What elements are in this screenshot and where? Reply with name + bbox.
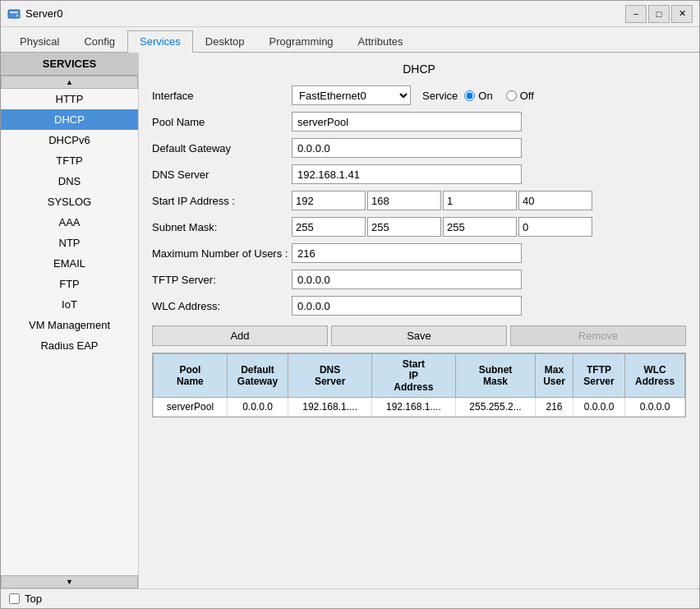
- sidebar-item-radius-eap[interactable]: Radius EAP: [1, 335, 138, 356]
- top-checkbox[interactable]: [9, 593, 20, 604]
- sidebar-item-ntp[interactable]: NTP: [1, 233, 138, 253]
- service-off-radio[interactable]: [506, 90, 517, 101]
- sidebar: SERVICES ▲ HTTP DHCP DHCPv6 TFTP DNS SYS…: [1, 53, 139, 588]
- tftp-server-input[interactable]: [292, 270, 522, 289]
- maximize-button[interactable]: □: [648, 5, 670, 23]
- interface-label: Interface: [152, 90, 292, 102]
- sidebar-item-iot[interactable]: IoT: [1, 294, 138, 315]
- subnet-2[interactable]: [367, 217, 441, 237]
- top-checkbox-label[interactable]: Top: [9, 593, 42, 605]
- subnet-3[interactable]: [443, 217, 517, 237]
- start-ip-label: Start IP Address :: [152, 195, 292, 207]
- service-on-text: On: [478, 90, 492, 102]
- sidebar-item-tftp[interactable]: TFTP: [1, 150, 138, 171]
- tftp-server-label: TFTP Server:: [152, 274, 292, 286]
- start-ip-4[interactable]: [518, 191, 592, 210]
- tab-desktop[interactable]: Desktop: [193, 30, 257, 52]
- window-title: Server0: [25, 7, 625, 20]
- scroll-up-button[interactable]: ▲: [1, 76, 138, 89]
- default-gateway-row: Default Gateway: [152, 138, 686, 158]
- service-radio-group: On Off: [464, 90, 533, 102]
- sidebar-item-dns[interactable]: DNS: [1, 171, 138, 191]
- wlc-address-row: WLC Address:: [152, 296, 686, 316]
- main-window: Server0 − □ ✕ Physical Config Services D…: [0, 0, 700, 609]
- th-default-gateway: DefaultGateway: [227, 354, 288, 398]
- table-body: serverPool 0.0.0.0 192.168.1.... 192.168…: [154, 398, 685, 417]
- add-button[interactable]: Add: [152, 325, 328, 346]
- subnet-mask-row: Subnet Mask:: [152, 217, 686, 237]
- tab-physical[interactable]: Physical: [7, 30, 71, 52]
- subnet-mask-group: [292, 217, 592, 237]
- max-users-input[interactable]: [292, 243, 522, 263]
- window-controls: − □ ✕: [625, 5, 693, 23]
- th-dns-server: DNSServer: [288, 354, 372, 398]
- service-off-text: Off: [520, 90, 534, 102]
- default-gateway-input[interactable]: [292, 138, 522, 158]
- sidebar-item-email[interactable]: EMAIL: [1, 253, 138, 274]
- remove-button[interactable]: Remove: [510, 325, 686, 346]
- sidebar-item-http[interactable]: HTTP: [1, 89, 138, 109]
- cell-start-ip: 192.168.1....: [372, 398, 456, 417]
- svg-point-2: [16, 14, 19, 16]
- interface-select[interactable]: FastEthernet0: [292, 85, 411, 105]
- svg-rect-0: [8, 10, 20, 18]
- dns-server-row: DNS Server: [152, 164, 686, 184]
- bottom-bar: Top: [1, 588, 699, 608]
- start-ip-1[interactable]: [292, 191, 366, 210]
- th-tftp-server: TFTPServer: [573, 354, 624, 398]
- cell-dns-server: 192.168.1....: [288, 398, 372, 417]
- table-header-row: PoolName DefaultGateway DNSServer StartI…: [154, 354, 685, 398]
- scroll-down-button[interactable]: ▼: [1, 575, 138, 588]
- tab-programming[interactable]: Programming: [257, 30, 346, 52]
- cell-default-gateway: 0.0.0.0: [227, 398, 288, 417]
- sidebar-header: SERVICES: [1, 53, 138, 76]
- start-ip-3[interactable]: [443, 191, 517, 210]
- close-button[interactable]: ✕: [671, 5, 693, 23]
- th-subnet-mask: SubnetMask: [455, 354, 535, 398]
- panel-title: DHCP: [152, 62, 686, 76]
- dns-server-input[interactable]: [292, 164, 522, 184]
- pool-name-label: Pool Name: [152, 116, 292, 128]
- dns-server-label: DNS Server: [152, 168, 292, 181]
- sidebar-item-dhcp[interactable]: DHCP: [1, 109, 138, 130]
- tab-config[interactable]: Config: [71, 30, 127, 52]
- start-ip-group: [292, 191, 592, 210]
- sidebar-item-ftp[interactable]: FTP: [1, 274, 138, 294]
- sidebar-item-vm-management[interactable]: VM Management: [1, 315, 138, 335]
- sidebar-scroll: HTTP DHCP DHCPv6 TFTP DNS SYSLOG AAA NTP…: [1, 89, 138, 575]
- cell-pool-name: serverPool: [154, 398, 228, 417]
- tab-attributes[interactable]: Attributes: [346, 30, 416, 52]
- app-icon: [7, 7, 21, 21]
- save-button[interactable]: Save: [331, 325, 507, 346]
- sidebar-item-syslog[interactable]: SYSLOG: [1, 191, 138, 212]
- content-area: SERVICES ▲ HTTP DHCP DHCPv6 TFTP DNS SYS…: [1, 53, 699, 588]
- pool-name-input[interactable]: [292, 112, 522, 131]
- subnet-1[interactable]: [292, 217, 366, 237]
- service-on-label[interactable]: On: [464, 90, 492, 102]
- interface-row: Interface FastEthernet0 Service On Off: [152, 85, 686, 105]
- sidebar-item-dhcpv6[interactable]: DHCPv6: [1, 130, 138, 150]
- default-gateway-label: Default Gateway: [152, 142, 292, 155]
- th-max-user: MaxUser: [536, 354, 573, 398]
- start-ip-row: Start IP Address :: [152, 191, 686, 210]
- max-users-label: Maximum Number of Users :: [152, 247, 292, 260]
- service-label: Service: [422, 90, 458, 102]
- pool-name-row: Pool Name: [152, 112, 686, 131]
- dhcp-table-wrap: PoolName DefaultGateway DNSServer StartI…: [152, 353, 686, 418]
- wlc-address-input[interactable]: [292, 296, 522, 316]
- minimize-button[interactable]: −: [625, 5, 647, 23]
- th-start-ip: StartIPAddress: [372, 354, 456, 398]
- service-off-label[interactable]: Off: [506, 90, 534, 102]
- tab-services[interactable]: Services: [127, 30, 193, 53]
- tftp-server-row: TFTP Server:: [152, 270, 686, 289]
- service-on-radio[interactable]: [464, 90, 475, 101]
- table-row[interactable]: serverPool 0.0.0.0 192.168.1.... 192.168…: [154, 398, 685, 417]
- subnet-4[interactable]: [518, 217, 592, 237]
- sidebar-item-aaa[interactable]: AAA: [1, 212, 138, 233]
- start-ip-2[interactable]: [367, 191, 441, 210]
- tab-bar: Physical Config Services Desktop Program…: [1, 27, 699, 53]
- svg-rect-1: [10, 12, 18, 13]
- dhcp-table: PoolName DefaultGateway DNSServer StartI…: [153, 353, 685, 417]
- subnet-mask-label: Subnet Mask:: [152, 221, 292, 233]
- wlc-address-label: WLC Address:: [152, 300, 292, 312]
